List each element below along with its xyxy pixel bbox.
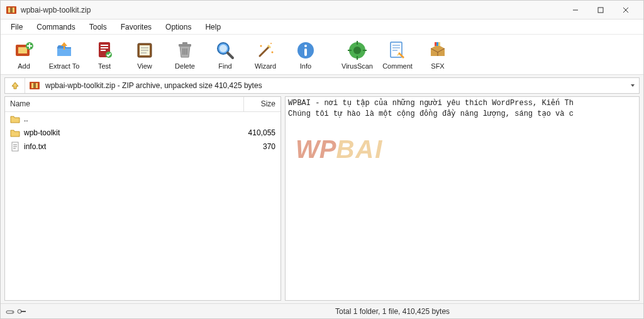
svg-point-37 (304, 45, 307, 47)
test-label: Test (98, 62, 111, 70)
add-label: Add (18, 62, 30, 70)
view-label: View (137, 62, 152, 70)
find-icon (214, 40, 236, 61)
status-bar: Total 1 folder, 1 file, 410,425 bytes (1, 303, 643, 318)
file-name: .. (24, 115, 28, 123)
menu-commands[interactable]: Commands (30, 21, 81, 33)
maximize-button[interactable] (588, 1, 613, 19)
toolbar: Add Extract To Test View Delete Find Wiz… (1, 35, 643, 75)
add-button[interactable]: Add (6, 36, 42, 73)
delete-icon (174, 40, 196, 61)
app-icon (6, 4, 17, 16)
svg-point-29 (219, 45, 227, 52)
sfx-icon (427, 40, 448, 61)
minimize-button[interactable] (563, 1, 588, 19)
test-icon (94, 40, 115, 61)
menu-help[interactable]: Help (199, 21, 227, 33)
wizard-label: Wizard (255, 62, 276, 70)
svg-line-31 (260, 47, 269, 56)
comment-label: Comment (382, 62, 413, 70)
file-row-folder[interactable]: wpb-toolkit 410,055 (5, 126, 280, 140)
virusscan-label: VirusScan (341, 62, 373, 70)
svg-rect-38 (304, 48, 307, 56)
delete-label: Delete (175, 62, 195, 70)
file-size: 410,055 (243, 128, 280, 137)
find-label: Find (218, 62, 231, 70)
file-row-parent[interactable]: .. (5, 112, 280, 126)
menu-file[interactable]: File (4, 21, 29, 33)
preview-pane: WPBAI - nơi tụ tập của những người yêu t… (285, 96, 640, 301)
svg-rect-49 (435, 42, 436, 46)
file-size: 370 (244, 142, 280, 151)
file-name: info.txt (24, 142, 46, 151)
title-bar: wpbai-wpb-toolkit.zip (1, 1, 643, 20)
info-button[interactable]: Info (287, 36, 324, 73)
lock-icon (17, 308, 27, 315)
address-dropdown[interactable] (626, 82, 639, 89)
svg-rect-24 (182, 42, 187, 45)
file-name: wpb-toolkit (24, 128, 60, 137)
preview-line: Chúng tôi tự hào là một cộng đồng đầy nă… (288, 109, 636, 120)
svg-point-60 (12, 311, 13, 313)
svg-rect-4 (598, 8, 603, 13)
wizard-icon (255, 40, 276, 61)
file-list-body: .. wpb-toolkit 410,055 info.txt (5, 112, 280, 300)
svg-rect-14 (101, 45, 108, 46)
svg-rect-16 (101, 50, 106, 51)
close-button[interactable] (613, 1, 638, 19)
virusscan-icon (347, 40, 368, 61)
archive-icon (29, 80, 40, 91)
menu-bar: File Commands Tools Favorites Options He… (1, 20, 643, 35)
wizard-button[interactable]: Wizard (247, 36, 284, 73)
view-icon (134, 40, 155, 61)
view-button[interactable]: View (126, 36, 163, 73)
svg-rect-62 (21, 311, 26, 312)
svg-rect-51 (438, 42, 440, 46)
extract-icon (53, 40, 75, 61)
file-list-pane: Name Size .. wpb-toolkit 410,055 (4, 96, 281, 301)
svg-rect-8 (18, 47, 27, 53)
column-name[interactable]: Name (5, 97, 244, 111)
delete-button[interactable]: Delete (167, 36, 203, 73)
address-path[interactable]: wpbai-wpb-toolkit.zip - ZIP archive, unp… (43, 81, 626, 90)
window-title: wpbai-wpb-toolkit.zip (21, 6, 563, 14)
up-button[interactable] (5, 78, 25, 93)
column-size[interactable]: Size (244, 97, 280, 111)
virusscan-button[interactable]: VirusScan (339, 36, 375, 73)
add-icon (13, 40, 35, 61)
menu-favorites[interactable]: Favorites (114, 21, 158, 33)
svg-point-40 (353, 47, 361, 54)
svg-rect-15 (101, 47, 108, 48)
folder-icon (10, 128, 20, 138)
find-button[interactable]: Find (207, 36, 243, 73)
comment-icon (387, 40, 408, 61)
svg-line-30 (228, 53, 233, 58)
svg-point-33 (260, 45, 262, 47)
svg-point-35 (270, 43, 272, 44)
folder-up-icon (10, 114, 20, 124)
extract-label: Extract To (49, 62, 80, 70)
test-button[interactable]: Test (86, 36, 123, 73)
info-label: Info (300, 62, 311, 70)
menu-tools[interactable]: Tools (83, 21, 113, 33)
address-bar: wpbai-wpb-toolkit.zip - ZIP archive, unp… (4, 77, 640, 94)
content-panes: Name Size .. wpb-toolkit 410,055 (4, 96, 640, 301)
svg-rect-2 (10, 8, 13, 13)
info-icon (295, 40, 316, 61)
extract-button[interactable]: Extract To (46, 36, 82, 73)
menu-options[interactable]: Options (159, 21, 197, 33)
sfx-button[interactable]: SFX (419, 36, 456, 73)
text-file-icon (10, 142, 20, 152)
file-row-text[interactable]: info.txt 370 (5, 140, 280, 154)
preview-line: WPBAI - nơi tụ tập của những người yêu t… (288, 98, 636, 109)
app-window: wpbai-wpb-toolkit.zip File Commands Tool… (0, 0, 644, 319)
disk-icon (6, 308, 14, 315)
svg-rect-50 (436, 42, 438, 46)
status-left (1, 308, 328, 315)
sfx-label: SFX (431, 62, 444, 70)
file-list-header: Name Size (5, 97, 280, 112)
svg-point-34 (272, 51, 274, 53)
comment-button[interactable]: Comment (379, 36, 416, 73)
svg-rect-54 (33, 83, 36, 88)
status-text: Total 1 folder, 1 file, 410,425 bytes (328, 307, 643, 316)
